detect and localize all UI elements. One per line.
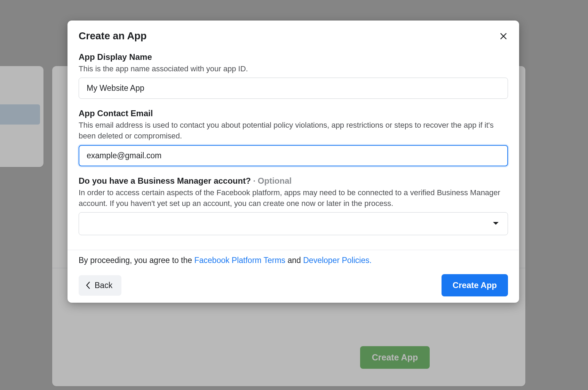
terms-mid: and <box>287 256 303 265</box>
terms-text: By proceeding, you agree to the Facebook… <box>79 256 508 265</box>
business-manager-desc: In order to access certain aspects of th… <box>79 187 508 209</box>
close-button[interactable] <box>496 29 510 43</box>
business-manager-select-wrap <box>79 212 508 235</box>
contact-email-desc: This email address is used to contact yo… <box>79 120 508 141</box>
contact-email-label: App Contact Email <box>79 109 508 118</box>
display-name-desc: This is the app name associated with you… <box>79 63 508 74</box>
field-contact-email: App Contact Email This email address is … <box>79 109 508 166</box>
display-name-input[interactable] <box>79 78 508 99</box>
optional-tag: Optional <box>258 176 292 185</box>
field-business-manager: Do you have a Business Manager account? … <box>79 176 508 235</box>
field-display-name: App Display Name This is the app name as… <box>79 52 508 99</box>
contact-email-input[interactable] <box>79 145 508 166</box>
business-manager-label-text: Do you have a Business Manager account? <box>79 176 251 185</box>
modal-footer: By proceeding, you agree to the Facebook… <box>67 250 519 303</box>
create-app-label: Create App <box>453 280 497 290</box>
back-label: Back <box>95 281 112 290</box>
close-icon <box>499 32 508 41</box>
optional-separator: · <box>253 176 257 185</box>
create-app-button[interactable]: Create App <box>442 274 508 296</box>
display-name-label: App Display Name <box>79 52 508 62</box>
chevron-left-icon <box>86 281 90 289</box>
developer-policies-link[interactable]: Developer Policies. <box>303 256 372 265</box>
platform-terms-link[interactable]: Facebook Platform Terms <box>194 256 285 265</box>
create-app-modal: Create an App App Display Name This is t… <box>67 21 519 303</box>
modal-title: Create an App <box>79 30 508 42</box>
back-button[interactable]: Back <box>79 275 121 296</box>
business-manager-label: Do you have a Business Manager account? … <box>79 176 508 186</box>
footer-buttons: Back Create App <box>79 274 508 296</box>
business-manager-select[interactable] <box>79 212 508 235</box>
terms-prefix: By proceeding, you agree to the <box>79 256 194 265</box>
modal-body: Create an App App Display Name This is t… <box>67 21 519 250</box>
